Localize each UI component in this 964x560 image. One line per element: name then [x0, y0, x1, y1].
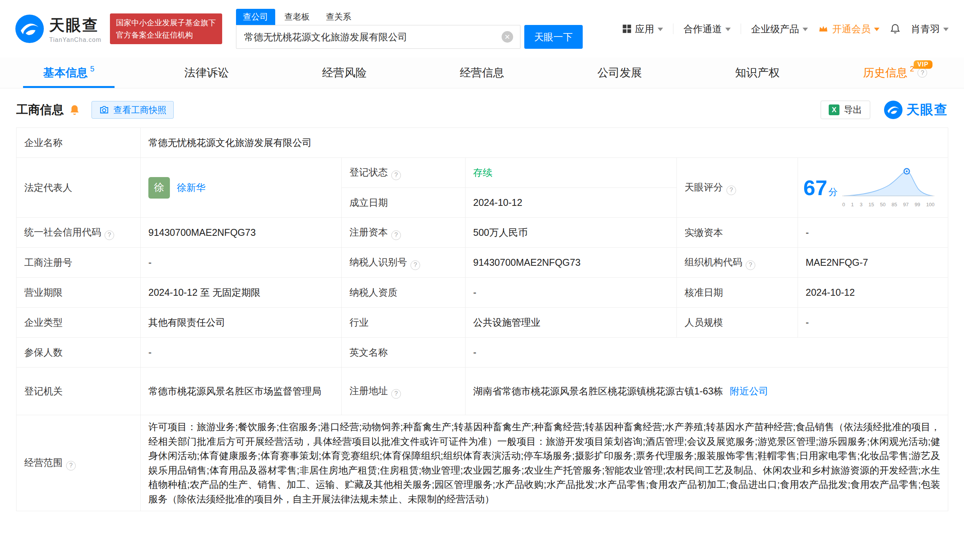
- help-icon[interactable]: [391, 171, 401, 180]
- help-icon[interactable]: [746, 260, 755, 270]
- english-name-value: -: [465, 338, 948, 368]
- reg-address-value: 湖南省常德市桃花源风景名胜区桃花源镇桃花源古镇1-63栋: [473, 384, 723, 399]
- chevron-down-icon: [943, 28, 949, 34]
- reg-status-label: 登记状态: [342, 158, 465, 188]
- score-cell[interactable]: 67分 01 315 5085 9799: [798, 158, 948, 218]
- row-legal-rep-status: 法定代表人 徐 徐新华 登记状态 存续 天眼评分 67分: [17, 158, 948, 188]
- apps-grid-icon: [622, 24, 632, 33]
- export-button[interactable]: 导出: [821, 101, 870, 119]
- tab-history-info[interactable]: VIP 历史信息 2: [826, 58, 964, 88]
- business-info-section-head: 工商信息 查看工商快照 导出 天眼查: [0, 88, 964, 128]
- monitor-bell-icon[interactable]: [68, 104, 81, 116]
- business-scope-label: 经营范围: [17, 415, 141, 511]
- approval-date-label: 核准日期: [677, 278, 798, 308]
- nav-open-membership[interactable]: 开通会员: [818, 23, 879, 35]
- taxpayer-quality-value: -: [465, 278, 677, 308]
- watermark-text: 天眼查: [906, 101, 948, 119]
- nav-cooperation-label: 合作通道: [683, 23, 722, 35]
- business-info-table: 企业名称 常德无忧桃花源文化旅游发展有限公司 法定代表人 徐 徐新华 登记状态 …: [16, 128, 948, 511]
- tianyancha-eye-icon: [15, 15, 44, 43]
- tab-operation-risk-label: 经营风险: [322, 65, 367, 81]
- help-icon[interactable]: [917, 68, 927, 78]
- section-title: 工商信息: [16, 102, 64, 118]
- reg-authority-label: 登记机关: [17, 368, 141, 415]
- gov-badge-line1: 国家中小企业发展子基金旗下: [116, 17, 216, 29]
- tab-history-info-count: 2: [910, 65, 914, 73]
- divider: [673, 23, 673, 34]
- logo-domain: TianYanCha.com: [49, 36, 101, 43]
- top-header: 天眼查 TianYanCha.com 国家中小企业发展子基金旗下 官方备案企业征…: [0, 0, 964, 58]
- tianyancha-logo[interactable]: 天眼查 TianYanCha.com: [15, 15, 101, 43]
- gov-badge-line2: 官方备案企业征信机构: [116, 29, 216, 41]
- uscc-value: 91430700MAE2NFQG73: [141, 218, 342, 248]
- tab-company-development[interactable]: 公司发展: [551, 58, 688, 88]
- tab-operation-risk[interactable]: 经营风险: [276, 58, 413, 88]
- search-tabs: 查公司 查老板 查关系: [236, 9, 583, 25]
- status-badge: 存续: [473, 167, 492, 178]
- chevron-down-icon: [658, 28, 663, 34]
- industry-value: 公共设施管理业: [465, 308, 677, 338]
- search-tab-company[interactable]: 查公司: [236, 9, 275, 25]
- logo-text: 天眼查 TianYanCha.com: [49, 15, 101, 43]
- tab-legal-litigation-label: 法律诉讼: [184, 65, 229, 81]
- tab-basic-info[interactable]: 基本信息 5: [0, 58, 138, 88]
- row-company-name: 企业名称 常德无忧桃花源文化旅游发展有限公司: [17, 128, 948, 158]
- nav-apps[interactable]: 应用: [622, 23, 663, 35]
- row-reg-number: 工商注册号 - 纳税人识别号 91430700MAE2NFQG73 组织机构代码…: [17, 248, 948, 278]
- nav-user[interactable]: 肖青羽: [911, 23, 949, 35]
- search-button[interactable]: 天眼一下: [524, 25, 583, 49]
- help-icon[interactable]: [391, 230, 401, 240]
- gov-credit-badge: 国家中小企业发展子基金旗下 官方备案企业征信机构: [110, 13, 222, 44]
- company-name-label: 企业名称: [17, 128, 141, 158]
- business-scope-value: 许可项目：旅游业务;餐饮服务;住宿服务;港口经营;动物饲养;种畜禽生产;转基因种…: [141, 415, 948, 511]
- clear-search-icon[interactable]: [502, 31, 513, 43]
- taxpayer-quality-label: 纳税人资质: [342, 278, 465, 308]
- search-area: 查公司 查老板 查关系 天眼一下: [236, 9, 583, 49]
- legal-rep-avatar[interactable]: 徐: [148, 177, 170, 199]
- nav-user-label: 肖青羽: [911, 23, 940, 35]
- crown-icon: [818, 23, 829, 34]
- search-row: 天眼一下: [236, 25, 583, 49]
- tab-intellectual-property[interactable]: 知识产权: [688, 58, 826, 88]
- export-button-label: 导出: [844, 104, 862, 116]
- tab-operation-info-label: 经营信息: [460, 65, 504, 81]
- search-box: [236, 25, 520, 49]
- tab-operation-info[interactable]: 经营信息: [413, 58, 551, 88]
- help-icon[interactable]: [391, 389, 401, 399]
- search-tab-relation[interactable]: 查关系: [319, 9, 358, 25]
- establish-date-label: 成立日期: [342, 188, 465, 218]
- chevron-down-icon: [803, 28, 808, 34]
- search-input[interactable]: [236, 25, 520, 48]
- staff-size-value: -: [798, 308, 948, 338]
- notification-bell[interactable]: [889, 23, 901, 35]
- nav-enterprise-products[interactable]: 企业级产品: [751, 23, 808, 35]
- nav-apps-label: 应用: [635, 23, 654, 35]
- snapshot-button-label: 查看工商快照: [113, 104, 166, 116]
- tab-legal-litigation[interactable]: 法律诉讼: [138, 58, 275, 88]
- logo-title: 天眼查: [49, 15, 101, 36]
- vip-badge: VIP: [914, 60, 932, 69]
- chevron-down-icon: [725, 28, 731, 34]
- section-right-tools: 导出 天眼查: [821, 101, 948, 119]
- row-reg-authority: 登记机关 常德市桃花源风景名胜区市场监督管理局 注册地址 湖南省常德市桃花源风景…: [17, 368, 948, 415]
- help-icon[interactable]: [726, 186, 736, 195]
- nav-cooperation[interactable]: 合作通道: [683, 23, 731, 35]
- camera-icon: [99, 104, 110, 115]
- tab-basic-info-count: 5: [90, 65, 95, 73]
- search-tab-boss[interactable]: 查老板: [278, 9, 317, 25]
- score-value: 67分: [803, 172, 838, 204]
- nearby-companies-link[interactable]: 附近公司: [730, 384, 768, 399]
- help-icon[interactable]: [411, 260, 420, 270]
- taxpayer-id-value: 91430700MAE2NFQG73: [465, 248, 677, 278]
- reg-address-label: 注册地址: [342, 368, 465, 415]
- help-icon[interactable]: [105, 230, 114, 240]
- reg-number-value: -: [141, 248, 342, 278]
- legal-rep-link[interactable]: 徐新华: [177, 181, 206, 195]
- row-business-scope: 经营范围 许可项目：旅游业务;餐饮服务;住宿服务;港口经营;动物饲养;种畜禽生产…: [17, 415, 948, 511]
- top-nav: 应用 合作通道 企业级产品 开通会员: [622, 23, 949, 35]
- view-business-snapshot-button[interactable]: 查看工商快照: [91, 101, 174, 119]
- help-icon[interactable]: [66, 461, 76, 471]
- legal-rep-cell: 徐 徐新华: [141, 158, 342, 218]
- business-term-label: 营业期限: [17, 278, 141, 308]
- paid-capital-label: 实缴资本: [677, 218, 798, 248]
